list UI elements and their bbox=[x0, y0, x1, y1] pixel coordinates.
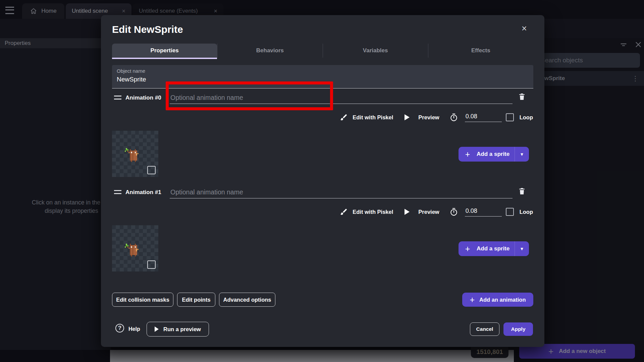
help-button[interactable]: Help bbox=[128, 326, 140, 332]
edit-points-button[interactable]: Edit points bbox=[177, 293, 215, 307]
loop-label: Loop bbox=[520, 114, 533, 121]
add-animation-button[interactable]: + Add an animation bbox=[462, 293, 533, 307]
loop-checkbox[interactable] bbox=[506, 208, 514, 216]
annotation-rectangle bbox=[166, 81, 333, 110]
preview-button[interactable]: Preview bbox=[418, 209, 439, 215]
edit-with-piskel-button[interactable]: Edit with Piskel bbox=[353, 114, 393, 121]
edit-with-piskel-button[interactable]: Edit with Piskel bbox=[353, 209, 393, 215]
object-name-value: NewSprite bbox=[117, 76, 146, 83]
apply-button[interactable]: Apply bbox=[503, 322, 533, 336]
object-name-label: Object name bbox=[117, 68, 145, 74]
sprite-image bbox=[122, 145, 142, 166]
plus-icon: + bbox=[459, 244, 477, 254]
add-sprite-button[interactable]: + Add a sprite ▼ bbox=[459, 147, 529, 162]
animation-controls: Edit with Piskel Preview Loop bbox=[340, 111, 533, 123]
time-between-frames-input[interactable] bbox=[465, 113, 502, 122]
cancel-button[interactable]: Cancel bbox=[470, 322, 499, 336]
tab-effects[interactable]: Effects bbox=[428, 44, 533, 58]
dialog-title: Edit NewSprite bbox=[112, 24, 183, 35]
time-between-frames-input[interactable] bbox=[465, 207, 502, 217]
timer-icon bbox=[449, 113, 458, 122]
plus-icon: + bbox=[459, 149, 477, 159]
delete-animation-icon[interactable] bbox=[518, 92, 526, 101]
chevron-down-icon[interactable]: ▼ bbox=[515, 241, 529, 256]
dialog-tab-bar: Properties Behaviors Variables Effects bbox=[112, 44, 533, 58]
brush-icon bbox=[340, 113, 348, 121]
animation-controls: Edit with Piskel Preview Loop bbox=[340, 206, 533, 218]
advanced-options-button[interactable]: Advanced options bbox=[219, 293, 275, 307]
add-sprite-button[interactable]: + Add a sprite ▼ bbox=[459, 241, 529, 256]
delete-animation-icon[interactable] bbox=[518, 187, 526, 195]
edit-collision-masks-button[interactable]: Edit collision masks bbox=[112, 293, 173, 307]
edit-object-dialog: Edit NewSprite × Properties Behaviors Va… bbox=[101, 15, 544, 347]
sprite-select-checkbox[interactable] bbox=[147, 260, 156, 269]
run-preview-button[interactable]: Run a preview bbox=[147, 322, 209, 337]
loop-label: Loop bbox=[520, 209, 533, 215]
animation-label: Animation #0 bbox=[125, 95, 161, 101]
sprite-thumbnail[interactable] bbox=[112, 225, 158, 272]
play-icon bbox=[155, 326, 159, 332]
drag-handle-icon[interactable] bbox=[114, 96, 121, 100]
tab-properties[interactable]: Properties bbox=[112, 44, 217, 58]
preview-button[interactable]: Preview bbox=[418, 114, 439, 121]
app-window: Home Untitled scene × Untitled scene (Ev… bbox=[0, 0, 644, 362]
loop-checkbox[interactable] bbox=[506, 113, 514, 121]
animation-name-input[interactable] bbox=[170, 186, 513, 198]
chevron-down-icon[interactable]: ▼ bbox=[515, 147, 529, 162]
tab-variables[interactable]: Variables bbox=[323, 44, 428, 58]
help-icon[interactable]: ? bbox=[115, 324, 124, 333]
play-icon bbox=[405, 209, 410, 215]
dialog-close-icon[interactable]: × bbox=[518, 22, 530, 35]
tab-behaviors[interactable]: Behaviors bbox=[217, 44, 322, 58]
timer-icon bbox=[449, 207, 458, 216]
play-icon bbox=[405, 114, 410, 120]
sprite-thumbnail[interactable] bbox=[112, 131, 158, 177]
animation-label: Animation #1 bbox=[125, 189, 161, 196]
plus-icon: + bbox=[470, 295, 475, 305]
sprite-select-checkbox[interactable] bbox=[147, 166, 156, 174]
sprite-image bbox=[122, 240, 142, 260]
drag-handle-icon[interactable] bbox=[114, 190, 121, 194]
brush-icon bbox=[340, 208, 348, 216]
